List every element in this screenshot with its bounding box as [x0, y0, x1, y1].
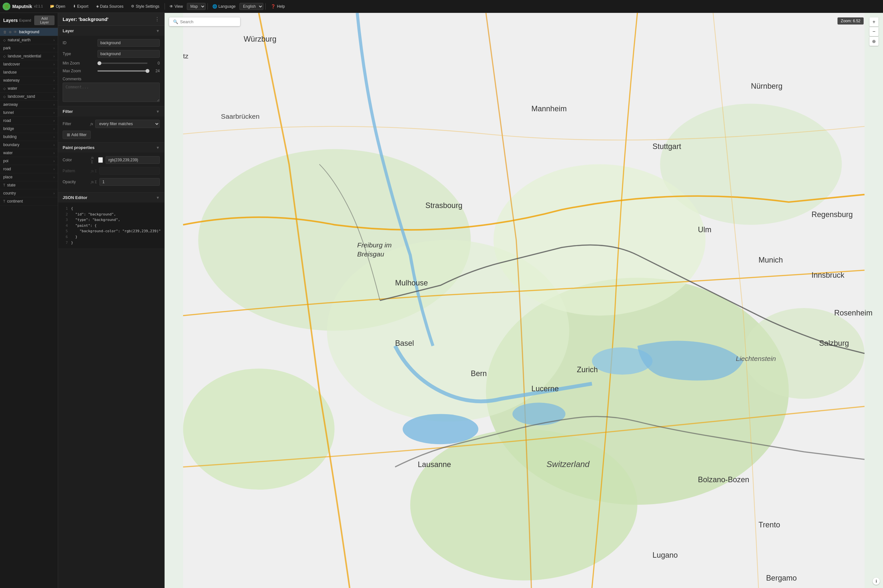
svg-text:Stuttgart: Stuttgart [653, 142, 681, 151]
min-zoom-value: 0 [150, 61, 160, 66]
svg-text:Innsbruck: Innsbruck [812, 271, 845, 279]
comments-textarea[interactable] [63, 82, 160, 102]
view-button[interactable]: 👁 View [167, 3, 186, 10]
panel-title: Layer: 'background' [63, 16, 108, 22]
color-swatch[interactable] [98, 157, 103, 163]
opacity-input[interactable] [99, 178, 160, 186]
sidebar-item-natural_earth[interactable]: ◇natural_earth› [0, 36, 58, 44]
layer-delete-icon[interactable]: 🗑 [3, 30, 7, 34]
compass-button[interactable]: ⊕ [869, 37, 878, 46]
layer-arrow-icon: › [54, 79, 54, 82]
json-line: 6 } [63, 234, 160, 240]
add-layer-button[interactable]: Add Layer [34, 15, 54, 25]
sidebar-item-landcover[interactable]: landcover› [0, 60, 58, 68]
color-input[interactable] [105, 156, 160, 164]
layer-arrow-icon: › [54, 127, 54, 130]
sidebar-item-bridge[interactable]: bridge› [0, 125, 58, 133]
json-line: 4 "paint": { [63, 223, 160, 229]
layer-arrow-icon: › [54, 176, 54, 179]
json-code: { [71, 206, 73, 212]
sidebar: Layers Expand Add Layer 🗑⊕👁background◇na… [0, 13, 58, 588]
layer-name: continent [7, 199, 54, 204]
pattern-input[interactable] [99, 167, 160, 175]
data-sources-icon: ◈ [96, 4, 99, 8]
svg-text:Basel: Basel [395, 339, 414, 347]
sidebar-item-poi[interactable]: poi› [0, 157, 58, 165]
layer-name: water [3, 151, 52, 155]
export-button[interactable]: ⬇ Export [70, 3, 92, 10]
json-editor-content[interactable]: 1 { 2 "id": "background", 3 "type": "bac… [58, 202, 164, 249]
zoom-in-button[interactable]: + [869, 17, 878, 27]
filter-section-content: Filter 𝑓x every filter matches ⊞ Add fil… [58, 117, 164, 142]
json-section-header[interactable]: JSON Editor ▼ [58, 192, 164, 202]
sidebar-item-background[interactable]: 🗑⊕👁background [0, 28, 58, 36]
json-lineno: 4 [63, 223, 68, 229]
sidebar-item-landuse_residential[interactable]: ◇landuse_residential› [0, 52, 58, 60]
svg-text:Regensburg: Regensburg [812, 210, 853, 219]
layer-name: landuse_residential [8, 54, 52, 58]
help-button[interactable]: ❓ Help [267, 3, 288, 10]
svg-text:Bern: Bern [471, 369, 487, 378]
layer-arrow-icon: › [54, 63, 54, 66]
app-logo: 🌿 Maputnik v2.1.1 [3, 3, 43, 10]
sidebar-item-tunnel[interactable]: tunnel› [0, 109, 58, 117]
pattern-row: Pattern 𝑓x Σ [63, 167, 160, 175]
opacity-fx-icons: 𝑓x Σ [91, 180, 97, 184]
svg-text:Ulm: Ulm [698, 225, 712, 234]
layer-copy-icon[interactable]: ⊕ [9, 30, 12, 34]
add-filter-button[interactable]: ⊞ Add filter [63, 130, 91, 139]
layer-eye-icon[interactable]: 👁 [14, 30, 17, 34]
json-lineno: 2 [63, 212, 68, 218]
data-sources-button[interactable]: ◈ Data Sources [93, 3, 127, 10]
style-settings-button[interactable]: ⚙ Style Settings [128, 3, 162, 10]
json-code: "type": "background", [71, 217, 120, 223]
paint-section: Paint properties ▼ Color 𝑓x Σ Pattern 𝑓x… [58, 142, 164, 192]
map-svg: Strasbourg Mannheim Stuttgart Mulhouse B… [165, 13, 883, 588]
expand-button[interactable]: Expand [18, 15, 32, 25]
sidebar-item-state[interactable]: Tstate [0, 181, 58, 189]
map-area[interactable]: Strasbourg Mannheim Stuttgart Mulhouse B… [165, 13, 883, 588]
svg-text:Munich: Munich [758, 256, 783, 264]
sidebar-item-water2[interactable]: water› [0, 149, 58, 157]
sidebar-item-boundary[interactable]: boundary› [0, 141, 58, 149]
map-search: 🔍 [169, 17, 240, 26]
sidebar-item-landcover_sand[interactable]: ◇landcover_sand› [0, 93, 58, 100]
sidebar-item-place[interactable]: place› [0, 173, 58, 181]
layer-type-input[interactable] [98, 50, 160, 58]
filter-section-header[interactable]: Filter ▼ [58, 106, 164, 117]
layer-type-icon: T [3, 200, 5, 203]
layer-section-chevron: ▼ [156, 29, 160, 33]
filter-select[interactable]: every filter matches [95, 120, 160, 128]
paint-section-header[interactable]: Paint properties ▼ [58, 142, 164, 153]
help-icon: ❓ [271, 4, 276, 9]
sidebar-item-road2[interactable]: road› [0, 165, 58, 173]
view-select[interactable]: Map [187, 3, 206, 10]
sidebar-item-landuse[interactable]: landuse› [0, 68, 58, 76]
sidebar-item-road[interactable]: road› [0, 117, 58, 125]
layer-section-header[interactable]: Layer ▼ [58, 26, 164, 36]
min-zoom-track[interactable] [98, 63, 147, 64]
paint-section-title: Paint properties [63, 145, 95, 150]
zoom-out-button[interactable]: − [869, 27, 878, 36]
sidebar-item-country[interactable]: country› [0, 189, 58, 197]
search-input[interactable] [180, 20, 236, 24]
layer-id-input[interactable] [98, 39, 160, 47]
map-info-button[interactable]: ℹ [872, 578, 880, 585]
json-editor-section: JSON Editor ▼ 1 { 2 "id": "background", … [58, 192, 164, 249]
language-select[interactable]: English [239, 3, 263, 10]
sidebar-item-aeroway[interactable]: aeroway› [0, 100, 58, 109]
json-code: "paint": { [71, 223, 96, 229]
max-zoom-track[interactable] [98, 70, 147, 72]
min-zoom-row: Min Zoom 0 [63, 61, 160, 66]
sidebar-item-continent[interactable]: Tcontinent [0, 197, 58, 206]
panel-menu-button[interactable]: ⋮ [155, 16, 160, 22]
sidebar-item-park[interactable]: park› [0, 44, 58, 52]
json-code: "id": "background", [71, 212, 116, 218]
open-button[interactable]: 📂 Open [47, 3, 68, 10]
layer-type-icon: ◇ [3, 38, 6, 42]
sidebar-item-waterway[interactable]: waterway› [0, 76, 58, 84]
language-button[interactable]: 🌐 Language [210, 3, 238, 10]
sidebar-item-building[interactable]: building› [0, 133, 58, 141]
json-code: } [71, 240, 73, 246]
sidebar-item-water[interactable]: ◇water› [0, 84, 58, 93]
